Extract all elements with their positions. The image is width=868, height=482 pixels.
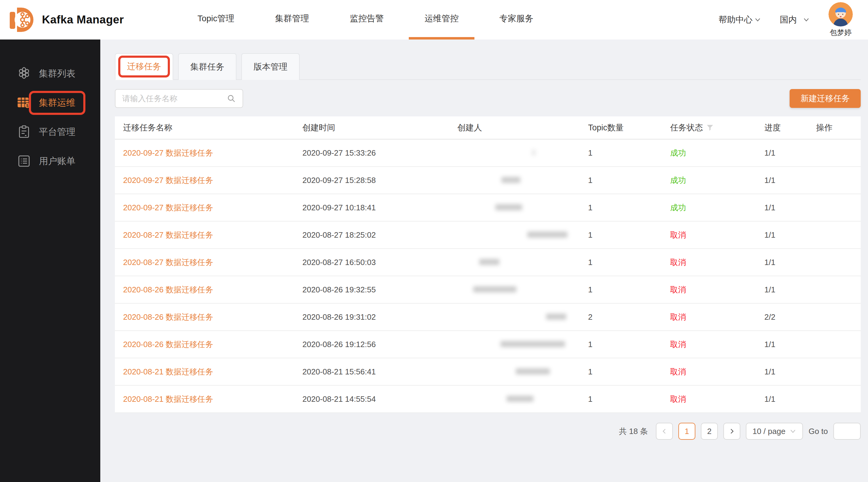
avatar[interactable] [829,2,853,26]
nav-item-expert[interactable]: 专家服务 [484,0,549,39]
creator-cell [457,203,588,213]
sidebar-item-platform[interactable]: 平台管理 [0,117,100,147]
redacted-creator [516,368,550,375]
status-badge: 取消 [670,366,764,377]
created-time: 2020-09-27 10:18:41 [302,203,457,213]
status-badge: 成功 [670,175,764,186]
tab-migration-tasks[interactable]: 迁移任务 [115,53,173,80]
chevron-down-icon [789,428,796,435]
progress-value: 1/1 [764,230,816,240]
topic-count: 1 [588,340,670,349]
table-row: 2020-09-27 数据迁移任务 2020-09-27 10:18:41 1 … [115,194,861,222]
topic-count: 1 [588,148,670,158]
prev-page-button[interactable] [656,423,673,440]
created-time: 2020-08-21 14:55:54 [302,394,457,404]
task-name-link[interactable]: 2020-08-21 数据迁移任务 [123,394,213,404]
col-progress: 进度 [764,122,816,133]
page-button-1[interactable]: 1 [678,423,695,440]
created-time: 2020-08-26 19:31:02 [302,313,457,322]
sidebar-item-user-bill[interactable]: 用户账单 [0,147,100,176]
status-badge: 取消 [670,257,764,268]
help-center-dropdown[interactable]: 帮助中心 [718,14,761,26]
page-size-select[interactable]: 10 / page [746,423,803,440]
chevron-down-icon [754,17,761,23]
task-name-link[interactable]: 2020-08-26 数据迁移任务 [123,340,213,349]
user-menu[interactable]: 包梦婷 [829,2,853,37]
creator-cell [457,340,588,349]
topic-count: 1 [588,230,670,240]
progress-value: 1/1 [764,285,816,294]
hexagon-cluster-icon [17,67,31,81]
page-jump-input[interactable] [833,423,861,440]
status-badge: 成功 [670,148,764,158]
table-row: 2020-09-27 数据迁移任务 2020-09-27 15:28:58 1 … [115,167,861,194]
bill-list-icon [17,154,31,168]
nav-item-ops[interactable]: 运维管控 [409,0,474,39]
sidebar: 集群列表 $ 集群运维 [0,39,100,482]
redacted-creator [473,286,516,292]
redacted-creator [495,204,522,210]
page-button-2[interactable]: 2 [701,423,718,440]
app-logo-icon [7,6,35,34]
table-row: 2020-08-26 数据迁移任务 2020-08-26 19:32:55 1 … [115,276,861,303]
progress-value: 1/1 [764,340,816,349]
topic-count: 2 [588,313,670,322]
created-time: 2020-08-26 19:12:56 [302,340,457,349]
tab-version-management[interactable]: 版本管理 [241,53,300,80]
pagination: 共 18 条 1 2 10 / page Go to [115,413,861,449]
created-time: 2020-08-27 18:25:02 [302,230,457,240]
task-name-link[interactable]: 2020-08-26 数据迁移任务 [123,313,213,322]
search-input[interactable] [122,94,227,103]
task-name-link[interactable]: 2020-08-26 数据迁移任务 [123,285,213,294]
progress-value: 1/1 [764,394,816,404]
nav-item-topic[interactable]: Topic管理 [182,0,250,39]
creator-cell [457,176,588,185]
col-ops: 操作 [816,122,861,133]
progress-value: 1/1 [764,258,816,267]
created-time: 2020-09-27 15:28:58 [302,176,457,185]
creator-cell [457,258,588,267]
nav-item-cluster[interactable]: 集群管理 [259,0,325,39]
svg-text:$: $ [26,103,29,108]
app-title: Kafka Manager [42,13,124,26]
redacted-creator [479,259,499,265]
created-time: 2020-09-27 15:33:26 [302,148,457,158]
filter-icon[interactable] [706,124,714,132]
task-name-link[interactable]: 2020-09-27 数据迁移任务 [123,176,213,185]
created-time: 2020-08-27 16:50:03 [302,258,457,267]
create-migration-task-button[interactable]: 新建迁移任务 [789,89,861,108]
search-icon[interactable] [227,94,236,103]
col-status: 任务状态 [670,122,764,133]
table-row: 2020-08-21 数据迁移任务 2020-08-21 14:55:54 1 … [115,386,861,413]
task-name-link[interactable]: 2020-09-27 数据迁移任务 [123,148,213,157]
task-name-link[interactable]: 2020-09-27 数据迁移任务 [123,203,213,212]
progress-value: 1/1 [764,148,816,158]
region-dropdown[interactable]: 国内 [780,14,810,26]
status-badge: 取消 [670,394,764,405]
col-creator: 创建人 [457,122,588,133]
user-name: 包梦婷 [830,28,851,37]
sidebar-item-cluster-ops[interactable]: $ 集群运维 [0,88,100,117]
sidebar-item-cluster-list[interactable]: 集群列表 [0,59,100,88]
created-time: 2020-08-21 15:56:41 [302,367,457,377]
creator-cell [457,285,588,294]
topic-count: 1 [588,285,670,294]
table-row: 2020-08-21 数据迁移任务 2020-08-21 15:56:41 1 … [115,358,861,386]
redacted-creator [501,341,565,347]
pagination-total: 共 18 条 [619,426,648,437]
creator-cell [457,148,588,158]
col-task-name: 迁移任务名称 [123,122,302,133]
nav-item-monitor[interactable]: 监控告警 [334,0,400,39]
creator-cell [457,230,588,240]
col-topic-count: Topic数量 [588,122,670,133]
annotation-box-tab: 迁移任务 [118,56,170,77]
status-badge: 取消 [670,285,764,295]
task-name-link[interactable]: 2020-08-27 数据迁移任务 [123,258,213,267]
task-name-link[interactable]: 2020-08-21 数据迁移任务 [123,367,213,376]
status-badge: 取消 [670,312,764,322]
tab-cluster-tasks[interactable]: 集群任务 [178,53,237,80]
next-page-button[interactable] [723,423,740,440]
creator-cell [457,394,588,404]
task-name-link[interactable]: 2020-08-27 数据迁移任务 [123,230,213,239]
topic-count: 1 [588,258,670,267]
